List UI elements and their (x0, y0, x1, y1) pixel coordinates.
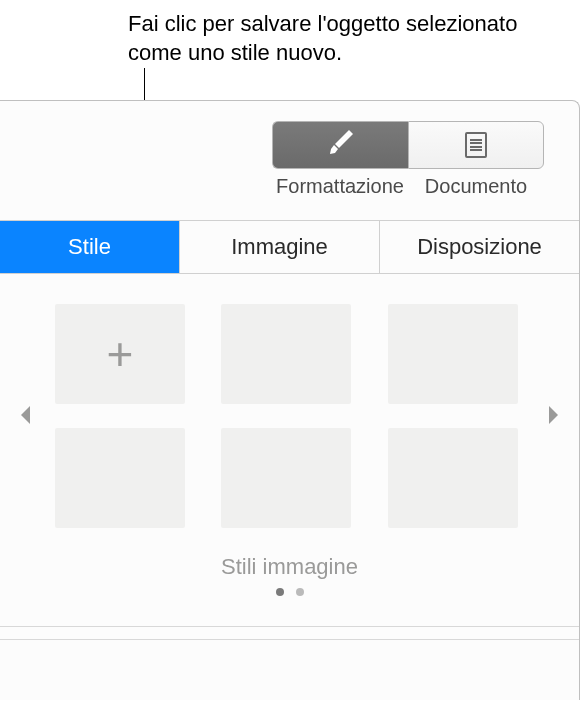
style-tile[interactable] (221, 304, 351, 404)
plus-icon: + (107, 331, 134, 377)
section-divider (0, 626, 579, 640)
styles-next-arrow[interactable] (547, 404, 561, 432)
page-indicator (55, 588, 524, 596)
format-button[interactable]: Formattazione (272, 121, 408, 198)
paintbrush-icon (326, 128, 356, 163)
styles-grid: + (55, 304, 524, 528)
add-style-tile[interactable]: + (55, 304, 185, 404)
styles-prev-arrow[interactable] (18, 404, 32, 432)
format-button-icon-box (272, 121, 408, 169)
style-tile[interactable] (388, 304, 518, 404)
style-tile[interactable] (388, 428, 518, 528)
tab-style[interactable]: Stile (0, 221, 180, 273)
document-button[interactable]: Documento (408, 121, 544, 198)
styles-caption: Stili immagine (55, 554, 524, 580)
callout-text: Fai clic per salvare l'oggetto seleziona… (128, 10, 568, 67)
style-tile[interactable] (55, 428, 185, 528)
inspector-tabs: Stile Immagine Disposizione (0, 220, 579, 274)
document-button-icon-box (408, 121, 544, 169)
toolbar: Formattazione Documento (0, 101, 579, 198)
tab-image[interactable]: Immagine (180, 221, 380, 273)
format-panel: Formattazione Documento Stile Immagine D… (0, 100, 580, 700)
document-icon (465, 132, 487, 158)
page-dot-1[interactable] (276, 588, 284, 596)
styles-area: + Stili immagine (0, 274, 579, 606)
page-dot-2[interactable] (296, 588, 304, 596)
style-tile[interactable] (221, 428, 351, 528)
tab-layout[interactable]: Disposizione (380, 221, 579, 273)
format-button-label: Formattazione (276, 175, 404, 198)
document-button-label: Documento (425, 175, 527, 198)
